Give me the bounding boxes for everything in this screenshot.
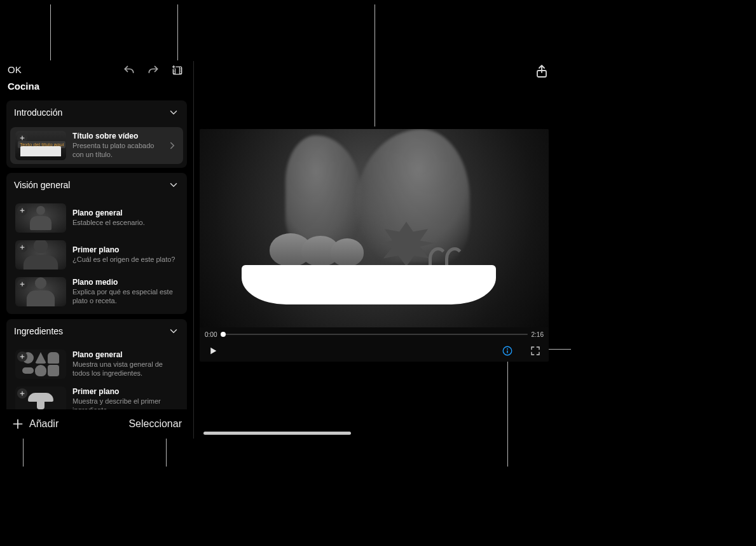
shot-thumbnail [15,277,66,306]
play-button[interactable] [207,345,219,359]
medium-silhouette-icon [27,277,55,306]
scrubber-playhead[interactable] [221,332,226,337]
preview-viewer: 0:00 2:16 [200,129,549,362]
shot-title: Primer plano [72,245,178,254]
shot-title: Plano medio [72,278,178,287]
shot-list-sidebar: OK Cocina Introducción Texto del tí [0,61,193,439]
fullscreen-button[interactable] [530,345,541,359]
plus-icon [19,281,25,287]
shot-thumbnail [15,240,66,270]
time-total: 2:16 [532,331,544,338]
section-body: Texto del título aquí Título sobre vídeo… [6,125,187,168]
shot-title: Primer plano [72,387,178,396]
plus-icon [19,390,25,397]
add-button[interactable]: Añadir [11,418,58,430]
chevron-down-icon [168,179,179,191]
mushroom-icon [28,393,53,409]
food-illustration [429,243,473,266]
food-illustration [378,222,435,266]
bowl-illustration [242,265,496,304]
shot-thumbnail [15,203,66,233]
chevron-down-icon [168,325,179,337]
shot-title: Plano general [72,350,178,359]
plus-icon [19,207,25,214]
shot-item[interactable]: Texto del título aquí Título sobre vídeo… [10,127,183,164]
shot-item[interactable]: Plano general Establece el escenario. [10,200,183,236]
shot-meta: Título sobre vídeo Presenta tu plato aca… [72,132,160,160]
add-media-badge[interactable] [17,205,27,215]
food-illustration [270,235,359,266]
shot-description: Muestra una vista general de todos los i… [72,360,178,378]
shot-meta: Plano general Establece el escenario. [72,208,178,228]
chevron-down-icon [168,107,179,118]
callout-line [177,4,178,60]
callout-line [507,356,508,467]
callout-line [50,4,51,60]
scrubber-track[interactable] [221,334,527,335]
viewer-controls [200,343,549,362]
select-button[interactable]: Seleccionar [128,418,182,430]
plus-icon [19,353,25,360]
share-button[interactable] [534,64,549,79]
thumb-caption: Texto del título aquí [18,141,65,148]
add-media-badge[interactable] [17,351,27,362]
shot-title: Título sobre vídeo [72,132,160,140]
section-header[interactable]: Ingredientes [6,319,187,343]
section-vision-general: Visión general Plano general Establece e… [6,173,187,314]
section-body: Plano general Establece el escenario. Pr… [6,197,187,314]
shot-item[interactable]: Plano general Muestra una vista general … [10,346,183,383]
shot-item[interactable]: Plano medio Explica por qué es especial … [10,273,183,310]
shot-description: ¿Cuál es el origen de este plato? [72,256,178,264]
svg-point-4 [507,348,508,350]
sidebar-header: OK Cocina [0,61,193,92]
shot-thumbnail [15,350,66,379]
time-current: 0:00 [205,331,217,338]
callout-line [375,4,375,126]
section-header[interactable]: Visión general [6,173,187,197]
wide-silhouette-icon [30,206,52,233]
section-title: Visión general [14,180,70,190]
ok-button[interactable]: OK [8,64,186,75]
app-root: OK Cocina Introducción Texto del tí [0,0,756,546]
section-introduccion: Introducción Texto del título aquí Títul… [6,100,187,168]
preview-canvas[interactable] [200,129,549,327]
share-icon [534,64,549,79]
play-icon [207,345,219,357]
sidebar-footer: Añadir Seleccionar [0,409,193,439]
plus-icon [11,418,24,430]
shot-title: Plano general [72,208,178,217]
timeline-scrubber[interactable]: 0:00 2:16 [200,329,549,340]
section-header[interactable]: Introducción [6,100,187,125]
home-indicator [203,432,351,435]
shot-description: Explica por qué es especial este plato o… [72,288,178,306]
sections-container: Introducción Texto del título aquí Títul… [0,100,193,439]
info-icon [502,345,513,357]
shot-item[interactable]: Primer plano ¿Cuál es el origen de este … [10,236,183,273]
svg-rect-5 [507,350,508,353]
shot-description: Presenta tu plato acabado con un título. [72,142,160,160]
plus-icon [19,135,25,141]
section-title: Ingredientes [14,326,63,336]
add-media-badge[interactable] [17,279,27,289]
shot-meta: Plano medio Explica por qué es especial … [72,278,178,306]
chevron-right-icon [167,140,178,151]
add-button-label: Añadir [29,418,58,430]
shot-meta: Primer plano ¿Cuál es el origen de este … [72,245,178,264]
shot-description: Establece el escenario. [72,219,178,228]
shot-thumbnail: Texto del título aquí [15,131,66,160]
info-button[interactable] [502,345,530,359]
panel-divider [193,61,194,439]
closeup-silhouette-icon [24,240,58,270]
fullscreen-icon [530,345,541,357]
add-media-badge[interactable] [17,388,27,399]
project-title: Cocina [8,81,186,92]
shot-meta: Plano general Muestra una vista general … [72,350,178,378]
callout-line [546,349,571,350]
section-title: Introducción [14,107,62,118]
